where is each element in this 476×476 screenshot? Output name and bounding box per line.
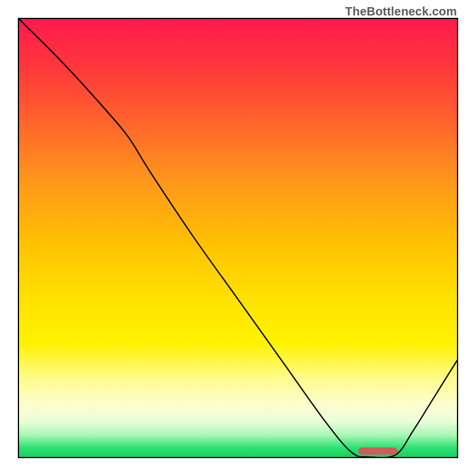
watermark-text: TheBottleneck.com: [345, 5, 457, 18]
chart-plot-area: [18, 18, 458, 458]
optimal-range-marker: [358, 447, 398, 455]
bottleneck-curve: [19, 19, 457, 457]
